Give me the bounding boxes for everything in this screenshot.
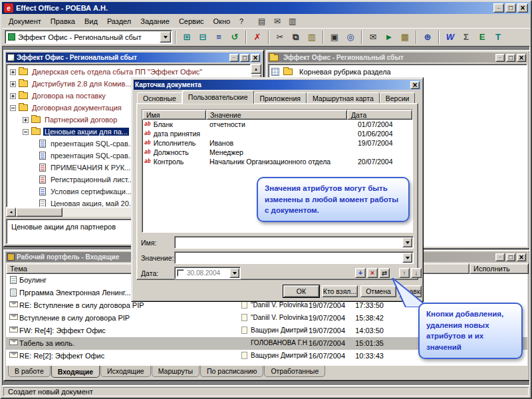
menu-view[interactable]: Вид <box>80 16 102 27</box>
column-header-value[interactable]: Значение <box>206 110 347 120</box>
tab-attachments[interactable]: Приложения <box>254 92 307 104</box>
attribute-row[interactable]: Контроль Начальник Организационного отде… <box>142 157 412 166</box>
tab-main[interactable]: Основные <box>137 92 182 104</box>
tab-route-map[interactable]: Маршрутная карта <box>307 92 380 104</box>
ok-button[interactable]: ОК <box>283 285 319 297</box>
move-down-button[interactable]: ↓ <box>411 268 422 278</box>
mail-icon[interactable]: ✉ <box>270 15 284 27</box>
menu-section[interactable]: Раздел <box>102 16 136 27</box>
maximize-button[interactable] <box>506 54 515 62</box>
expand-plus-icon[interactable] <box>10 93 16 99</box>
swap-attribute-button[interactable]: ⇄ <box>379 268 390 278</box>
menu-task[interactable]: Задание <box>136 16 174 27</box>
tab-outbox[interactable]: Исходящие <box>100 366 151 377</box>
new-document-icon[interactable]: ▤ <box>255 15 269 27</box>
message-subject: RE: Вступление в силу договора PIP <box>19 301 239 309</box>
minimize-button[interactable] <box>495 54 505 62</box>
attribute-row[interactable]: Бланк отчетности 01/07/2004 <box>142 120 412 129</box>
scroll-up-icon[interactable] <box>251 64 261 74</box>
print-button[interactable]: ▣ <box>327 30 342 45</box>
message-date: 19/07/2004 <box>309 327 348 334</box>
network-button[interactable]: ⊕ <box>420 30 436 45</box>
dialog-titlebar: Карточка документа <box>134 80 421 90</box>
section-list-item[interactable]: Корневая рубрика раздела <box>271 68 524 76</box>
expand-plus-icon[interactable] <box>23 117 29 123</box>
app-logo-icon: e <box>4 3 13 13</box>
tab-processed[interactable]: Отработанные <box>264 366 325 377</box>
attribute-row[interactable]: Исполнитель Иванов 19/07/2004 <box>142 138 412 148</box>
column-header-name[interactable]: Имя <box>142 110 206 120</box>
attribute-row[interactable]: дата принятия 01/06/2004 <box>142 129 412 138</box>
expand-plus-icon[interactable] <box>10 81 16 87</box>
column-header-date[interactable]: Дата <box>347 110 412 120</box>
tab-inbox[interactable]: Входящие <box>51 366 100 378</box>
send-button[interactable]: ► <box>381 30 397 45</box>
date-picker[interactable]: 30.08.2004 <box>174 267 241 279</box>
column-header-execute[interactable]: Исполнить <box>469 263 529 274</box>
who-took-button[interactable]: Кто взял... <box>322 285 358 297</box>
tree-window-title: Эффект Офис - Региональный сбыт <box>17 54 137 61</box>
grid-icon <box>271 68 279 76</box>
minimize-button[interactable] <box>229 54 239 62</box>
menu-service[interactable]: Сервис <box>174 16 209 27</box>
section-combobox[interactable]: Эффект Офис - Региональный сбыт <box>5 30 172 44</box>
search-button[interactable]: ◎ <box>342 30 358 45</box>
attribute-row[interactable]: Должность Менеджер <box>142 148 412 157</box>
expand-minus-icon[interactable] <box>10 105 16 111</box>
tab-custom[interactable]: Пользовательские <box>182 90 254 104</box>
list-view-button[interactable]: ≡ <box>211 30 227 45</box>
close-button[interactable] <box>251 54 260 62</box>
minimize-button[interactable] <box>495 253 505 261</box>
tab-scheduled[interactable]: По расписанию <box>200 366 263 377</box>
paste-button[interactable]: ▥ <box>304 30 320 45</box>
tree-item[interactable]: Дилерская сеть отдела сбыта ПП "Эффект О… <box>7 66 250 78</box>
maximize-button[interactable] <box>506 253 515 261</box>
menu-window[interactable]: Окно <box>209 16 235 27</box>
menu-document[interactable]: Документ <box>4 16 46 27</box>
name-combobox[interactable] <box>174 236 414 249</box>
refresh-button[interactable]: ↺ <box>227 30 243 45</box>
mail-button[interactable]: ✉ <box>365 30 381 45</box>
scrollbar-thumb[interactable] <box>16 207 63 217</box>
card-view-button[interactable]: ⊟ <box>195 30 211 45</box>
close-button[interactable] <box>517 253 526 261</box>
date-checkbox[interactable] <box>177 269 184 277</box>
text-export-button[interactable]: T <box>490 30 506 45</box>
tree-view-button[interactable]: ⊞ <box>179 30 195 45</box>
print-icon[interactable]: ▥ <box>285 15 299 27</box>
callout-buttons-text: Кнопки добавления, удаления новых атрибу… <box>426 310 503 351</box>
value-combobox[interactable] <box>174 251 414 264</box>
combobox-dropdown-button[interactable] <box>160 31 171 43</box>
move-up-button[interactable]: ↑ <box>399 268 410 278</box>
cut-button[interactable]: ✂ <box>272 30 288 45</box>
close-button[interactable] <box>517 54 526 62</box>
expand-plus-icon[interactable] <box>10 69 16 75</box>
close-button[interactable] <box>517 3 528 13</box>
combobox-dropdown-button[interactable] <box>402 237 412 247</box>
menu-help[interactable]: ? <box>235 16 248 27</box>
date-dropdown-button[interactable] <box>229 268 239 278</box>
combobox-dropdown-button[interactable] <box>402 253 412 263</box>
word-export-button[interactable]: W <box>442 30 458 45</box>
name-field-label: Имя: <box>141 239 174 247</box>
tab-in-work[interactable]: В работе <box>8 366 51 377</box>
excel-export-button[interactable]: E <box>474 30 490 45</box>
expand-minus-icon[interactable] <box>23 129 29 135</box>
archive-button[interactable]: ▦ <box>397 30 413 45</box>
sum-button[interactable]: Σ <box>458 30 474 45</box>
attribute-value: Менеджер <box>206 148 347 156</box>
copy-button[interactable]: ⧉ <box>288 30 304 45</box>
tree-item-label: презентация SQL-срав... <box>49 152 136 160</box>
sender-icon <box>241 352 247 359</box>
scroll-left-icon[interactable] <box>6 207 16 217</box>
add-attribute-button[interactable]: + <box>355 268 366 278</box>
minimize-button[interactable] <box>493 3 504 13</box>
tab-routes[interactable]: Маршруты <box>152 366 200 377</box>
close-button[interactable] <box>410 81 420 89</box>
menu-edit[interactable]: Правка <box>46 16 80 27</box>
maximize-button[interactable] <box>240 54 249 62</box>
delete-attribute-button[interactable]: × <box>367 268 378 278</box>
maximize-button[interactable] <box>505 3 516 13</box>
delete-button[interactable]: ✗ <box>249 30 265 45</box>
tab-versions[interactable]: Версии <box>380 92 416 104</box>
